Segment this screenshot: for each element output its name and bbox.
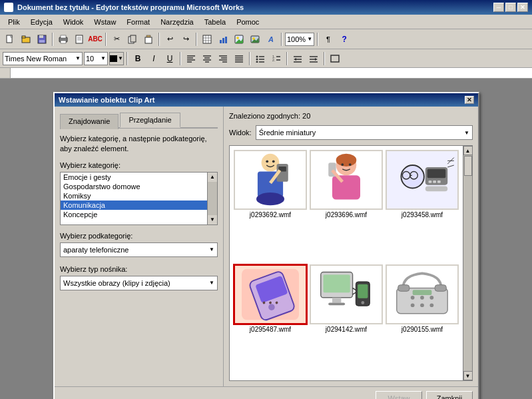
window-title: Dokument bez tytułu - Edytor tekstów pro… xyxy=(17,3,244,11)
view-value: Średnie miniatury xyxy=(259,129,316,137)
toolbar-sep-2 xyxy=(105,33,107,46)
thumbnail-image-selected xyxy=(234,264,307,324)
new-btn[interactable] xyxy=(3,32,17,47)
fmt-sep-4 xyxy=(286,52,288,65)
help-btn[interactable]: ? xyxy=(337,32,352,47)
open-btn[interactable] xyxy=(19,32,33,47)
thumbnail-scrollbar: ▲ ▼ xyxy=(463,146,472,380)
tab-find[interactable]: Znajdowanie xyxy=(60,114,119,129)
cut-btn[interactable]: ✂ xyxy=(109,32,124,47)
scroll-up-arrow[interactable]: ▲ xyxy=(208,173,217,182)
instruction-text: Wybierz kategorię, a następnie podkatego… xyxy=(60,134,218,155)
thumbnail-image xyxy=(234,150,307,210)
list-item[interactable]: Gospodarstwo domowe xyxy=(61,182,207,191)
minimize-btn[interactable]: ─ xyxy=(493,3,504,12)
font-name: Times New Roman xyxy=(5,55,67,63)
thumbnail-label: j0290155.wmf xyxy=(401,326,443,333)
menu-tools[interactable]: Narzędzia xyxy=(155,17,199,27)
category-listbox[interactable]: Emocje i gesty Gospodarstwo domowe Komik… xyxy=(60,172,208,225)
show-para-btn[interactable]: ¶ xyxy=(321,32,336,47)
align-center-btn[interactable] xyxy=(200,52,214,65)
font-size-select[interactable]: 10 ▼ xyxy=(84,52,108,65)
scroll-up-btn[interactable]: ▲ xyxy=(463,146,473,155)
insert-btn[interactable]: Wstaw xyxy=(376,391,422,399)
close-btn[interactable]: ✕ xyxy=(517,3,528,12)
print-btn[interactable] xyxy=(56,32,71,47)
thumbnail-item[interactable]: j0293458.wmf xyxy=(386,150,459,262)
close-dialog-btn[interactable]: Zamknij xyxy=(426,391,473,399)
menu-table[interactable]: Tabela xyxy=(199,17,231,27)
copy-btn[interactable] xyxy=(125,32,140,47)
menu-format[interactable]: Format xyxy=(121,17,155,27)
thumbnail-item[interactable]: j0295487.wmf xyxy=(234,264,307,376)
font-color-btn[interactable]: ▼ xyxy=(109,52,124,65)
maximize-btn[interactable]: □ xyxy=(505,3,516,12)
scroll-down-btn[interactable]: ▼ xyxy=(463,371,473,380)
paste-btn[interactable] xyxy=(141,32,156,47)
fmt-sep-2 xyxy=(180,52,181,65)
svg-rect-17 xyxy=(145,37,152,43)
font-select[interactable]: Times New Roman ▼ xyxy=(3,52,83,65)
svg-rect-106 xyxy=(332,298,341,303)
size-dropdown-arrow: ▼ xyxy=(101,55,106,61)
view-dropdown[interactable]: Średnie miniatury ▼ xyxy=(256,125,473,140)
undo-btn[interactable]: ↩ xyxy=(162,32,177,47)
underline-btn[interactable]: U xyxy=(162,52,177,65)
thumbnail-item[interactable]: j0293696.wmf xyxy=(310,150,383,262)
list-item[interactable]: Koncepcje xyxy=(61,210,207,219)
dialog-close-btn[interactable]: ✕ xyxy=(465,96,474,104)
thumbnail-item[interactable]: j0294142.wmf xyxy=(310,264,383,376)
menu-help[interactable]: Pomoc xyxy=(231,17,264,27)
media-dropdown[interactable]: Wszystkie obrazy (klipy i zdjęcia) ▼ xyxy=(60,276,218,290)
increase-indent-btn[interactable] xyxy=(306,52,321,65)
menu-edit[interactable]: Edycja xyxy=(25,17,58,27)
thumbnail-item[interactable]: j0290155.wmf xyxy=(386,264,459,376)
bold-btn[interactable]: B xyxy=(131,52,145,65)
svg-rect-91 xyxy=(433,181,436,183)
list-ul-btn[interactable] xyxy=(253,52,268,65)
fmt-sep-5 xyxy=(324,52,325,65)
svg-point-74 xyxy=(266,160,268,163)
align-justify-btn[interactable] xyxy=(232,52,246,65)
subcategory-dropdown[interactable]: aparaty telefoniczne ▼ xyxy=(60,242,218,257)
menu-file[interactable]: Plik xyxy=(3,17,25,27)
svg-rect-3 xyxy=(22,36,25,38)
list-item[interactable]: Komiksy xyxy=(61,191,207,200)
color-arrow-icon: ▼ xyxy=(118,55,123,61)
scroll-track xyxy=(463,155,473,371)
svg-rect-66 xyxy=(331,55,339,62)
align-left-btn[interactable] xyxy=(184,52,198,65)
svg-rect-6 xyxy=(39,40,45,43)
svg-rect-115 xyxy=(435,285,446,292)
dialog-left-panel: Znajdowanie Przeglądanie Wybierz kategor… xyxy=(55,107,224,386)
spellcheck-btn[interactable]: ABC xyxy=(88,32,103,47)
save-btn[interactable] xyxy=(35,32,49,47)
menu-insert[interactable]: Wstaw xyxy=(89,17,121,27)
insert-table-btn[interactable] xyxy=(200,32,214,47)
preview-btn[interactable] xyxy=(72,32,87,47)
decrease-indent-btn[interactable] xyxy=(290,52,305,65)
insert-wordart-btn[interactable]: A xyxy=(264,32,278,47)
scroll-down-arrow[interactable]: ▼ xyxy=(208,215,217,224)
svg-rect-8 xyxy=(61,35,66,38)
toolbar-sep-1 xyxy=(52,33,53,46)
tab-browse[interactable]: Przeglądanie xyxy=(120,113,180,128)
svg-rect-114 xyxy=(398,285,409,292)
menu-view[interactable]: Widok xyxy=(58,17,89,27)
list-ol-btn[interactable]: 1.2. xyxy=(269,52,284,65)
insert-photo-btn[interactable] xyxy=(248,32,262,47)
svg-point-84 xyxy=(401,165,423,188)
view-label: Widok: xyxy=(229,129,252,137)
scroll-thumb[interactable] xyxy=(464,156,472,176)
align-right-btn[interactable] xyxy=(216,52,230,65)
zoom-dropdown[interactable]: 100% ▼ xyxy=(285,33,314,46)
thumbnail-item[interactable]: j0293692.wmf xyxy=(234,150,307,262)
border-btn[interactable] xyxy=(328,52,342,65)
list-item-selected[interactable]: Komunikacja xyxy=(61,200,207,210)
redo-btn[interactable]: ↪ xyxy=(178,32,193,47)
list-item[interactable]: Emocje i gesty xyxy=(61,173,207,182)
insert-clipart-btn[interactable] xyxy=(232,32,246,47)
italic-btn[interactable]: I xyxy=(146,52,161,65)
svg-rect-23 xyxy=(220,40,222,43)
insert-chart-btn[interactable] xyxy=(216,32,230,47)
